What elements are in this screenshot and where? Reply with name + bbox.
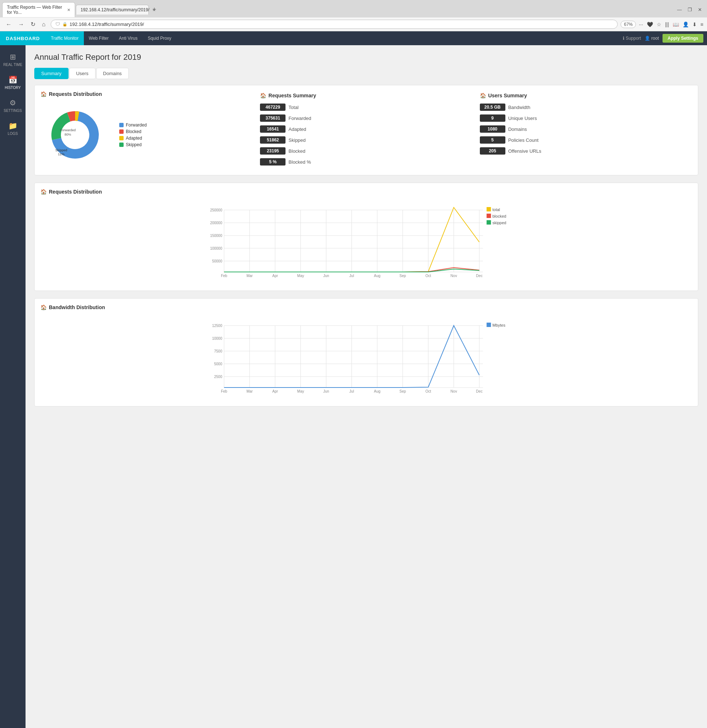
history-icon: 📅 [9, 75, 17, 84]
requests-distribution-pie: 🏠 Requests Distribution [40, 91, 253, 169]
svg-text:Mar: Mar [246, 274, 253, 278]
stat-label-offensive: Offensive URLs [508, 148, 541, 154]
svg-text:2500: 2500 [214, 375, 223, 379]
reader-icon[interactable]: 📖 [673, 22, 679, 27]
stat-badge-domains: 1080 [480, 126, 505, 133]
url-text: 192.168.4.12/traffic/summary/2019/ [69, 22, 613, 27]
bandwidth-chart-wrap: Mbytes 12500 10000 7500 5000 2500 [40, 315, 692, 400]
extensions-icon[interactable]: ||| [665, 22, 669, 27]
bookmark-icon[interactable]: ☆ [657, 22, 661, 27]
stat-unique-users: 9 Unique Users [480, 114, 692, 122]
restore-icon[interactable]: ❐ [688, 7, 692, 12]
svg-text:Mar: Mar [246, 389, 253, 393]
sidebar-item-logs[interactable]: 📁 LOGS [0, 117, 26, 140]
sidebar-item-history[interactable]: 📅 HISTORY [0, 71, 26, 94]
pocket-icon[interactable]: 🖤 [647, 22, 653, 27]
nav-squid-proxy[interactable]: Squid Proxy [143, 31, 176, 45]
pie-header: 🏠 Requests Distribution [40, 91, 253, 97]
svg-text:Jun: Jun [323, 274, 329, 278]
svg-text:200000: 200000 [210, 221, 223, 225]
close-icon[interactable]: ✕ [698, 7, 702, 12]
stat-forwarded: 375631 Forwarded [260, 114, 472, 122]
pie-chart-svg: Skipped 11% Forwarded 80% [40, 102, 113, 168]
stat-domains: 1080 Domains [480, 126, 692, 133]
stat-policies: 5 Policies Count [480, 136, 692, 144]
svg-text:Jun: Jun [323, 389, 329, 393]
lock-icon: 🔒 [62, 22, 68, 27]
tab-1[interactable]: Traffic Reports — Web Filter for Yo... ✕ [2, 2, 75, 17]
home-button[interactable]: ⌂ [40, 20, 48, 29]
browser-extras: ··· 🖤 ☆ ||| 📖 👤 ⬇ ≡ [639, 22, 703, 27]
stat-badge-blocked-pct: 5 % [260, 158, 285, 166]
forward-button[interactable]: → [16, 20, 26, 29]
stat-badge-skipped: 51862 [260, 136, 285, 144]
tab-2[interactable]: 192.168.4.12/traffic/summary/2019/ ✕ [76, 5, 149, 14]
svg-text:7500: 7500 [214, 349, 223, 353]
profile-icon[interactable]: 👤 [682, 22, 689, 27]
svg-text:Oct: Oct [425, 274, 431, 278]
hamburger-icon[interactable]: ≡ [700, 22, 703, 27]
legend-blocked: Blocked [119, 129, 147, 134]
realtime-icon: ⊞ [10, 52, 16, 61]
svg-text:Dec: Dec [476, 389, 483, 393]
stat-label-policies: Policies Count [508, 137, 539, 143]
user-menu[interactable]: 👤 root [645, 36, 659, 41]
tab-1-close[interactable]: ✕ [67, 8, 70, 12]
app-nav: DASHBOARD Traffic Monitor Web Filter Ant… [0, 31, 707, 45]
svg-text:Jul: Jul [349, 274, 354, 278]
nav-web-filter[interactable]: Web Filter [84, 31, 114, 45]
settings-icon: ⚙ [10, 98, 16, 107]
support-button[interactable]: ℹ Support [623, 36, 641, 41]
stat-label-domains: Domains [508, 127, 527, 132]
tab-navigation: Summary Users Domains [34, 68, 698, 79]
main-content: Annual Traffic Report for 2019 Summary U… [26, 45, 707, 728]
back-button[interactable]: ← [4, 20, 14, 29]
tab-domains[interactable]: Domains [96, 68, 129, 79]
stat-badge-forwarded: 375631 [260, 114, 285, 122]
stat-bandwidth: 20.5 GB Bandwidth [480, 104, 692, 111]
svg-text:Aug: Aug [374, 274, 381, 278]
url-input[interactable]: 🛡 🔒 192.168.4.12/traffic/summary/2019/ [51, 20, 618, 29]
nav-anti-virus[interactable]: Anti Virus [114, 31, 143, 45]
requests-dist-chart-card: 🏠 Requests Distribution total blocked sk… [34, 183, 698, 291]
tab-summary[interactable]: Summary [34, 68, 69, 79]
svg-text:250000: 250000 [210, 208, 223, 212]
legend-dot-skipped [119, 143, 124, 147]
apply-settings-button[interactable]: Apply Settings [662, 34, 703, 43]
svg-text:10000: 10000 [212, 337, 223, 341]
requests-summary-title: 🏠 Requests Summary [260, 92, 472, 98]
users-summary-title: 🏠 Users Summary [480, 92, 692, 98]
svg-text:Skipped: Skipped [55, 148, 68, 152]
house-icon-usr: 🏠 [480, 92, 486, 98]
svg-text:Forwarded: Forwarded [60, 128, 75, 132]
pie-title: Requests Distribution [49, 91, 102, 97]
svg-text:100000: 100000 [210, 246, 223, 250]
legend-skipped: Skipped [119, 142, 147, 147]
house-icon-pie: 🏠 [40, 91, 47, 97]
reload-button[interactable]: ↻ [29, 20, 38, 29]
sidebar-label-realtime: REAL TIME [3, 63, 22, 67]
svg-rect-44 [487, 323, 491, 327]
stat-badge-unique-users: 9 [480, 114, 505, 122]
sidebar-item-realtime[interactable]: ⊞ REAL TIME [0, 48, 26, 71]
req-dist-chart-wrap: total blocked skipped 250000 200000 1500… [40, 200, 692, 285]
browser-chrome: Traffic Reports — Web Filter for Yo... ✕… [0, 0, 707, 31]
nav-traffic-monitor[interactable]: Traffic Monitor [46, 31, 84, 45]
svg-text:skipped: skipped [493, 221, 506, 225]
minimize-icon[interactable]: — [677, 7, 682, 12]
menu-dots-icon[interactable]: ··· [639, 22, 643, 27]
svg-text:Aug: Aug [374, 389, 381, 393]
sidebar-label-settings: SETTINGS [4, 108, 22, 113]
sidebar: ⊞ REAL TIME 📅 HISTORY ⚙ SETTINGS 📁 LOGS [0, 45, 26, 728]
stat-offensive: 205 Offensive URLs [480, 147, 692, 155]
legend-adapted: Adapted [119, 136, 147, 141]
page-title: Annual Traffic Report for 2019 [34, 52, 698, 62]
sidebar-item-settings[interactable]: ⚙ SETTINGS [0, 94, 26, 117]
sync-icon[interactable]: ⬇ [693, 22, 697, 27]
legend-forwarded: Forwarded [119, 123, 147, 128]
logs-icon: 📁 [9, 121, 17, 130]
tab-users[interactable]: Users [69, 68, 95, 79]
new-tab-button[interactable]: + [149, 6, 159, 13]
window-controls: — ❐ ✕ [677, 7, 705, 12]
dashboard-logo[interactable]: DASHBOARD [0, 31, 46, 45]
